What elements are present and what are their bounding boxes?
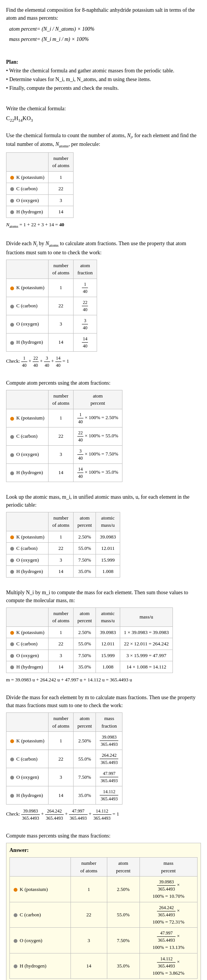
h-dot-ans: [14, 964, 18, 968]
plan-step-3: • Finally, compute the percents and chec…: [6, 84, 201, 92]
table-row: O (oxygen) 3 7.50% 15.999: [6, 554, 120, 566]
answer-box: Answer: numberof atoms atompercent massp…: [6, 843, 201, 980]
t5-col-pct: atompercent: [73, 608, 96, 627]
t6-col-el: [6, 713, 49, 732]
chemical-formula: C22H14KO3: [6, 114, 201, 124]
k-dot: [10, 176, 14, 180]
ans-col-el: [10, 858, 71, 877]
table-row: C (carbon) 22 55.0% 264.242365.4493: [6, 750, 123, 768]
c-dot4: [10, 547, 14, 550]
table4-header: Look up the atomic mass, m_i, in unified…: [6, 493, 201, 509]
t2-col-el: [6, 259, 49, 278]
t5-col-n: numberof atoms: [49, 608, 73, 627]
o-dot5: [10, 654, 14, 658]
plan-section: Plan: • Write the chemical formula and g…: [6, 58, 201, 92]
t3-col-el: [6, 390, 49, 409]
table-row: C (carbon) 22 55.0% 264.242365.4493 ×100…: [10, 902, 197, 928]
c-dot-ans: [14, 913, 18, 917]
t4-col-mass: atomicmass/u: [96, 512, 120, 531]
mass-percent-formula: mass percent= (N_i m_i / m) × 100%: [9, 35, 201, 43]
table-row: O (oxygen) 3 7.50% 15.999 3 × 15.999 = 4…: [6, 649, 173, 661]
c-natoms: 22: [49, 183, 73, 195]
o-natoms: 3: [49, 194, 73, 206]
t6-col-n: numberof atoms: [49, 713, 73, 732]
table-row: K (potassium) 1 2.50% 39.0983: [6, 531, 120, 542]
intro-text: Find the elemental composition for 8-nap…: [6, 6, 201, 22]
table-row: O (oxygen) 3 7.50% 47.997365.4493 ×100% …: [10, 928, 197, 953]
h-dot2: [10, 341, 14, 345]
natoms-total: Natoms = 1 + 22 + 3 + 14 = 40: [6, 221, 201, 229]
atom-percent-formula: atom percent= (N_i / N_atoms) × 100%: [9, 25, 201, 33]
h-natoms: 14: [49, 206, 73, 218]
o-dot2: [10, 323, 14, 327]
table-row: H (hydrogen) 14 1440: [6, 333, 97, 351]
o-dot-ans: [14, 939, 18, 943]
table2: numberof atoms atomfraction K (potassium…: [6, 259, 97, 352]
o-dot3: [10, 453, 14, 457]
t6-col-pct: atompercent: [73, 713, 96, 732]
compute-mass-header: Compute mass percents using the mass fra…: [6, 832, 201, 840]
table-row: H (hydrogen) 14 35.0% 14.112365.4493 ×10…: [10, 953, 197, 979]
table1-header: Use the chemical formula to count the nu…: [6, 132, 201, 149]
table3: numberof atoms atompercent K (potassium)…: [6, 390, 123, 482]
c-dot: [10, 187, 14, 191]
k-label: K (potassium): [16, 174, 45, 180]
table-row: O (oxygen) 3 340: [6, 315, 97, 333]
h-label: H (hydrogen): [16, 209, 43, 215]
plan-header: Plan:: [6, 58, 201, 66]
h-dot5: [10, 665, 14, 669]
table-row: O (oxygen) 3 340 × 100% = 7.50%: [6, 445, 123, 463]
table4: numberof atoms atompercent atomicmass/u …: [6, 512, 120, 578]
o-dot: [10, 199, 14, 203]
table-row: O (oxygen) 3: [6, 194, 73, 206]
k-dot6: [10, 739, 14, 743]
c-dot2: [10, 305, 14, 309]
table-row: H (hydrogen) 14 1440 × 100% = 35.0%: [6, 463, 123, 482]
t5-col-mass: atomicmass/u: [96, 608, 120, 627]
c-dot6: [10, 757, 14, 761]
ans-col-pct: atompercent: [107, 858, 140, 877]
k-dot3: [10, 417, 14, 421]
table-row: K (potassium) 1 140: [6, 278, 97, 297]
k-natoms: 1: [49, 171, 73, 183]
table-row: K (potassium) 1 140 × 100% = 2.50%: [6, 409, 123, 427]
t5-col-el: [6, 608, 49, 627]
c-dot3: [10, 435, 14, 439]
table1-col-natoms: numberof atoms: [49, 152, 73, 171]
table-row: C (carbon) 22 2240 × 100% = 55.0%: [6, 427, 123, 445]
ans-col-n: numberof atoms: [70, 858, 107, 877]
t6-col-frac: massfraction: [96, 713, 123, 732]
t2-col-n: numberof atoms: [49, 259, 73, 278]
k-dot2: [10, 286, 14, 290]
mass-total: m = 39.0983 u + 264.242 u + 47.997 u + 1…: [6, 676, 201, 684]
o-dot4: [10, 558, 14, 562]
table2-check: Check: 140 + 2240 + 340 + 1440 = 1: [6, 355, 201, 369]
o-dot6: [10, 776, 14, 780]
t3-col-pct: atompercent: [73, 390, 123, 409]
table-row: C (carbon) 22: [6, 183, 73, 195]
table3-header: Compute atom percents using the atom fra…: [6, 379, 201, 387]
table5-header: Multiply N_i by m_i to compute the mass …: [6, 589, 201, 605]
t4-col-el: [6, 512, 49, 531]
table-row: C (carbon) 22 2240: [6, 297, 97, 315]
h-dot6: [10, 794, 14, 798]
table6: numberof atoms atompercent massfraction …: [6, 713, 123, 805]
plan-step-1: • Write the chemical formula and gather …: [6, 67, 201, 75]
table-row: K (potassium) 1: [6, 171, 73, 183]
answer-table: numberof atoms atompercent masspercent K…: [10, 857, 197, 979]
table6-header: Divide the mass for each element by m to…: [6, 694, 201, 710]
k-dot5: [10, 631, 14, 635]
plan-step-2: • Determine values for N_i, m_i, N_atoms…: [6, 75, 201, 83]
table6-check: Check: 39.0983365.4493 + 264.242365.4493…: [6, 808, 201, 822]
c-dot5: [10, 642, 14, 646]
h-dot3: [10, 471, 14, 475]
c-label: C (carbon): [16, 186, 38, 191]
table-row: C (carbon) 22 55.0% 12.011 22 × 12.011 =…: [6, 638, 173, 650]
table-row: K (potassium) 1 2.50% 39.0983365.4493 ×1…: [10, 877, 197, 902]
table1: numberof atoms K (potassium) 1 C (carbon…: [6, 152, 73, 218]
h-dot4: [10, 570, 14, 574]
t5-col-massu: mass/u: [120, 608, 173, 627]
t3-col-n: numberof atoms: [49, 390, 73, 409]
chemical-formula-label: Write the chemical formula:: [6, 105, 201, 113]
k-dot-ans: [14, 888, 18, 892]
